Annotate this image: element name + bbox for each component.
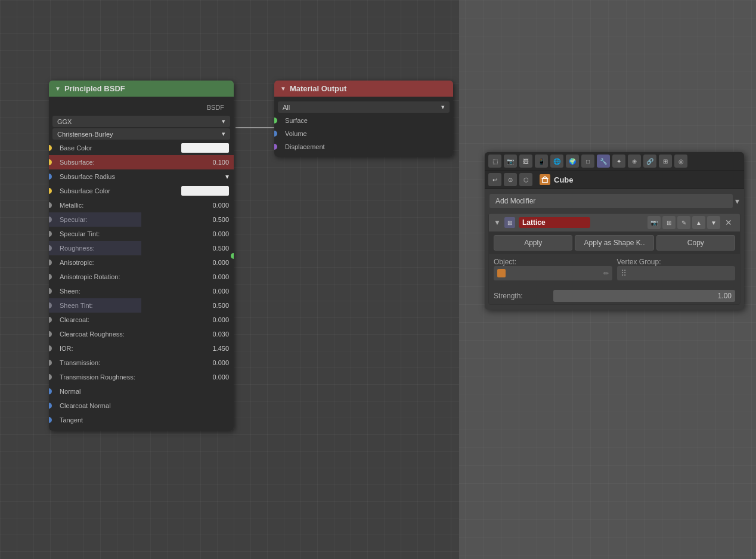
modifier-name-input[interactable] <box>519 217 590 228</box>
anisotropic-rotation-row: Anisotropic Rotation: 0.000 <box>49 270 234 284</box>
subsurface-value: 0.100 <box>199 159 229 166</box>
clearcoat-normal-socket <box>49 403 52 409</box>
subsurface-color-swatch[interactable] <box>181 186 229 196</box>
metallic-row: Metallic: 0.000 <box>49 198 234 212</box>
base-color-label: Base Color <box>54 144 181 152</box>
toolbar-icon-output[interactable]: 🖼 <box>519 155 532 168</box>
ior-row: IOR: 1.450 <box>49 341 234 356</box>
modifier-header-left: ▼ ⊞ <box>494 217 644 228</box>
modifier-camera-icon[interactable]: 📷 <box>647 216 661 229</box>
toolbar-icon-modifier[interactable]: 🔧 <box>597 155 610 168</box>
modifier-actions: Apply Apply as Shape K.. Copy <box>489 231 740 254</box>
bsdf-collapse-arrow[interactable]: ▼ <box>55 85 61 92</box>
sheen-value: 0.000 <box>199 288 229 295</box>
node-editor: ▼ Principled BSDF BSDF GGX ▾ Christensen… <box>0 0 459 559</box>
clearcoat-normal-row: Clearcoat Normal <box>49 399 234 413</box>
clearcoat-socket <box>49 317 52 323</box>
subsurface-label: Subsurface: <box>54 159 199 166</box>
object-field-label: Object: <box>494 258 553 266</box>
anisotropic-rotation-label: Anisotropic Rotation: <box>54 273 199 280</box>
normal-label: Normal <box>54 388 229 395</box>
transmission-roughness-label: Transmission Roughness: <box>54 373 199 381</box>
add-modifier-button[interactable]: Add Modifier <box>489 194 733 208</box>
strength-bar[interactable]: 1.00 <box>553 290 735 302</box>
toolbar-icon-data[interactable]: ⊞ <box>659 155 672 168</box>
anisotropic-socket <box>49 260 52 265</box>
copy-button[interactable]: Copy <box>656 235 735 251</box>
modifier-move-down-icon[interactable]: ▼ <box>707 216 720 229</box>
vertex-group-section: Vertex Group: ⠿ <box>617 258 736 280</box>
anisotropic-label: Anisotropic: <box>54 259 199 266</box>
toolbar-icon-render[interactable]: 📷 <box>504 155 517 168</box>
sub-toolbar-icon-vertex[interactable]: ⊙ <box>504 173 517 186</box>
transmission-row: Transmission: 0.000 <box>49 356 234 370</box>
vertex-group-input-field[interactable]: ⠿ <box>617 266 736 280</box>
tangent-row: Tangent <box>49 413 234 427</box>
specular-tint-value: 0.000 <box>199 230 229 237</box>
modifier-move-up-icon[interactable]: ▲ <box>692 216 705 229</box>
base-color-swatch[interactable] <box>181 143 229 153</box>
toolbar-icon-scene[interactable]: 🌐 <box>550 155 563 168</box>
add-modifier-chevron: ▾ <box>735 196 739 206</box>
sub-toolbar-icon-back[interactable]: ↩ <box>488 173 501 186</box>
bsdf-node: ▼ Principled BSDF BSDF GGX ▾ Christensen… <box>49 81 234 431</box>
subsurface-row: Subsurface: 0.100 <box>49 155 234 169</box>
toolbar-icon-particles[interactable]: ✦ <box>612 155 625 168</box>
transmission-socket <box>49 360 52 366</box>
svg-marker-1 <box>543 177 547 178</box>
subsurface-radius-label: Subsurface Radius <box>54 173 225 180</box>
modifier-collapse-arrow[interactable]: ▼ <box>494 218 501 227</box>
material-output-target-dropdown[interactable]: All ▾ <box>278 101 450 113</box>
object-name-section: Cube <box>540 174 574 185</box>
apply-as-shape-button[interactable]: Apply as Shape K.. <box>575 235 653 251</box>
specular-value: 0.500 <box>199 216 229 223</box>
modifier-grid-icon: ⊞ <box>504 217 515 228</box>
panel-toolbar: ⬚ 📷 🖼 📱 🌐 🌍 □ 🔧 ✦ ⊕ 🔗 ⊞ ◎ <box>485 152 744 171</box>
toolbar-icon-constraints[interactable]: 🔗 <box>643 155 656 168</box>
strength-label: Strength: <box>494 292 553 300</box>
toolbar-icon-view2[interactable]: 📱 <box>535 155 548 168</box>
toolbar-icon-physics[interactable]: ⊕ <box>628 155 641 168</box>
material-output-collapse[interactable]: ▼ <box>280 85 286 92</box>
anisotropic-rotation-value: 0.000 <box>199 273 229 280</box>
surface-label: Surface <box>279 117 308 124</box>
object-name-label: Cube <box>554 175 574 184</box>
distribution-dropdown[interactable]: GGX ▾ <box>52 116 230 127</box>
toolbar-icon-object[interactable]: □ <box>581 155 594 168</box>
object-input-field[interactable]: ✏ <box>494 266 612 280</box>
sheen-socket <box>49 288 52 294</box>
modifier-viewport-icon[interactable]: ⊞ <box>662 216 676 229</box>
object-field-cube-icon <box>497 269 506 277</box>
anisotropic-row: Anisotropic: 0.000 <box>49 255 234 270</box>
clearcoat-roughness-label: Clearcoat Roughness: <box>54 331 199 338</box>
subsurface-color-socket <box>49 188 52 194</box>
apply-button[interactable]: Apply <box>494 235 572 251</box>
normal-row: Normal <box>49 384 234 399</box>
strength-value: 1.00 <box>718 292 732 300</box>
sub-toolbar: ↩ ⊙ ⬡ Cube <box>485 171 744 189</box>
transmission-value: 0.000 <box>199 359 229 366</box>
subsurface-color-row: Subsurface Color <box>49 184 234 198</box>
toolbar-icon-material[interactable]: ◎ <box>674 155 687 168</box>
sheen-row: Sheen: 0.000 <box>49 284 234 298</box>
object-cube-icon-header <box>540 174 550 185</box>
svg-rect-0 <box>543 178 547 183</box>
metallic-label: Metallic: <box>54 202 199 209</box>
anisotropic-rotation-socket <box>49 274 52 280</box>
tangent-socket <box>49 417 52 423</box>
bsdf-output-label: BSDF <box>207 104 224 111</box>
object-field-edit-pen[interactable]: ✏ <box>603 270 609 277</box>
subsurface-socket <box>49 159 52 165</box>
modifier-fields: Object: ✏ Vertex Group: ⠿ <box>489 254 740 288</box>
clearcoat-label: Clearcoat: <box>54 316 199 323</box>
toolbar-icon-view[interactable]: ⬚ <box>488 155 501 168</box>
toolbar-icon-world[interactable]: 🌍 <box>566 155 579 168</box>
modifier-close-icon[interactable]: ✕ <box>722 216 735 229</box>
surface-output-row: Surface <box>274 114 453 127</box>
clearcoat-roughness-socket <box>49 331 52 337</box>
modifier-edit-icon[interactable]: ✎ <box>677 216 690 229</box>
sub-toolbar-icon-mesh[interactable]: ⬡ <box>519 173 532 186</box>
subsurface-method-dropdown[interactable]: Christensen-Burley ▾ <box>52 128 230 140</box>
specular-tint-row: Specular Tint: 0.000 <box>49 227 234 241</box>
clearcoat-row: Clearcoat: 0.000 <box>49 313 234 327</box>
